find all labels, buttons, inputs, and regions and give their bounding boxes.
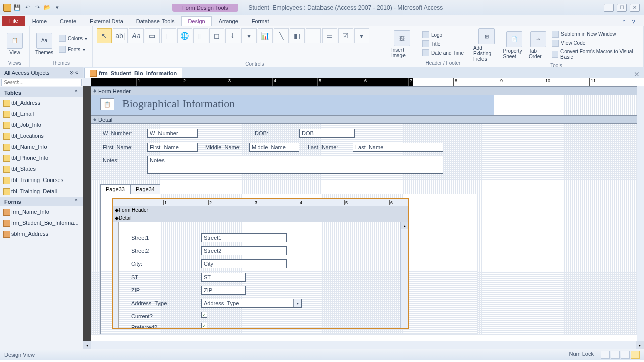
detail-section-bar[interactable]: Detail (91, 115, 644, 124)
checkbox-control-icon[interactable]: ☑ (338, 28, 353, 43)
insert-page-break-icon[interactable]: ⤓ (225, 28, 240, 43)
tab-page33[interactable]: Page33 (100, 184, 130, 194)
nav-dropdown-icon[interactable]: ⊙ « (69, 69, 78, 76)
sub-label-city[interactable]: City: (129, 259, 163, 268)
nav-item-frm-name-info[interactable]: frm_Name_Info (0, 206, 83, 217)
nav-item-tbl-name-info[interactable]: tbl_Name_Info (0, 141, 83, 152)
close-button[interactable]: ✕ (630, 4, 640, 12)
design-hscrollbar[interactable]: ◂ ▸ (83, 341, 644, 349)
listbox-control-icon[interactable]: ≣ (306, 28, 321, 43)
subform-vruler[interactable] (113, 222, 119, 328)
form-header-section-bar[interactable]: Form Header (91, 86, 644, 95)
qat-open-icon[interactable]: 📂 (43, 4, 51, 12)
nav-item-tbl-job-info[interactable]: tbl_Job_Info (0, 119, 83, 130)
navigation-control-icon[interactable]: ▦ (193, 28, 208, 43)
insert-image-button[interactable]: 🖼 Insert Image (391, 30, 413, 58)
form-canvas[interactable]: Form Header 📋 Biographical Information D… (91, 86, 644, 341)
document-close-button[interactable]: ✕ (630, 70, 644, 78)
sub-textbox-street2[interactable]: Street2 (201, 246, 287, 255)
form-title-label[interactable]: Biographical Information (122, 97, 235, 110)
textbox-middle-name[interactable]: Middle_Name (249, 143, 299, 152)
select-control-icon[interactable]: ↖ (97, 28, 112, 43)
label-first-name[interactable]: First_Name: (100, 143, 135, 152)
design-vscrollbar[interactable] (637, 86, 644, 341)
form-view-button[interactable] (601, 351, 610, 359)
add-existing-fields-button[interactable]: ⊞ Add Existing Fields (473, 28, 500, 62)
sub-textbox-zip[interactable]: ZIP (201, 286, 246, 295)
sub-label-address-type[interactable]: Address_Type (129, 299, 179, 308)
nav-search-input[interactable] (1, 79, 82, 86)
textbox-first-name[interactable]: First_Name (147, 143, 198, 152)
sub-textbox-city[interactable]: City (201, 259, 287, 268)
access-app-icon[interactable] (3, 4, 11, 12)
vertical-ruler[interactable] (83, 86, 91, 341)
detail-section[interactable]: W_Number: W_Number DOB: DOB First_Name: … (91, 124, 644, 335)
qat-save-icon[interactable]: 💾 (13, 4, 21, 12)
textbox-notes[interactable]: Notes (147, 156, 443, 174)
title-button[interactable]: Title (421, 40, 465, 48)
subform-header-bar[interactable]: ◆ Form Header (113, 206, 408, 214)
option-group-control-icon[interactable]: ◻ (209, 28, 224, 43)
document-tab-active[interactable]: frm_Student_Bio_Information (84, 68, 182, 78)
rectangle-control-icon[interactable]: ▭ (322, 28, 337, 43)
subform-vscrollbar[interactable]: ▴ (400, 222, 408, 328)
toggle-button-control-icon[interactable]: ◧ (290, 28, 305, 43)
scroll-left-icon[interactable]: ◂ (83, 341, 91, 349)
qat-redo-icon[interactable]: ↷ (33, 4, 41, 12)
tab-external-data[interactable]: External Data (84, 17, 129, 26)
file-tab[interactable]: File (2, 16, 25, 26)
fonts-button[interactable]: Fonts ▾ (58, 45, 88, 53)
form-header-section[interactable]: 📋 Biographical Information (91, 95, 644, 115)
nav-item-sbfrm-address[interactable]: sbfrm_Address (0, 228, 83, 239)
view-button[interactable]: 📋 View (4, 33, 25, 55)
minimize-button[interactable]: — (604, 4, 614, 12)
view-code-button[interactable]: View Code (551, 39, 586, 47)
qat-undo-icon[interactable]: ↶ (23, 4, 31, 12)
nav-item-tbl-locations[interactable]: tbl_Locations (0, 130, 83, 141)
tab-control[interactable]: Page33 Page34 ✥ (100, 184, 477, 334)
sub-textbox-st[interactable]: ST (201, 273, 246, 282)
textbox-last-name[interactable]: Last_Name (353, 143, 443, 152)
label-w-number[interactable]: W_Number: (100, 129, 135, 138)
design-view-button[interactable] (631, 351, 640, 359)
sub-label-preferred[interactable]: Preferred? (129, 323, 179, 329)
tab-database-tools[interactable]: Database Tools (130, 17, 181, 26)
ribbon-minimize-icon[interactable]: ⌃ (622, 19, 629, 26)
sub-combobox-address-type[interactable]: Address_Type ▾ (201, 299, 302, 308)
sub-label-st[interactable]: ST (129, 273, 163, 282)
tab-design[interactable]: Design (181, 16, 211, 26)
logo-button[interactable]: Logo (421, 31, 465, 39)
subform-new-window-button[interactable]: Subform in New Window (551, 30, 617, 38)
sub-label-current[interactable]: Current? (129, 312, 179, 321)
help-icon[interactable]: ? (632, 19, 639, 26)
subform-ruler[interactable]: 1 2 3 4 5 6 (113, 199, 408, 206)
sub-checkbox-preferred[interactable]: ✓ (201, 323, 207, 329)
sub-label-street1[interactable]: Street1 (129, 233, 163, 242)
tab-control-icon[interactable]: ▤ (161, 28, 176, 43)
subform-detail-section[interactable]: ▴ Street1 Street1 Street2 Street2 City: … (113, 222, 408, 328)
subform-detail-bar[interactable]: ◆ Detail (113, 214, 408, 222)
datasheet-view-button[interactable] (611, 351, 620, 359)
horizontal-ruler[interactable]: 1 2 3 4 5 6 7 8 9 10 11 (83, 78, 644, 86)
sub-textbox-street1[interactable]: Street1 (201, 233, 287, 242)
convert-macros-button[interactable]: Convert Form's Macros to Visual Basic (551, 48, 639, 60)
label-dob[interactable]: DOB: (252, 129, 271, 138)
combobox-dropdown-icon[interactable]: ▾ (293, 299, 301, 307)
property-sheet-button[interactable]: 📄 Property Sheet (503, 31, 526, 59)
qat-customize-icon[interactable]: ▾ (53, 4, 61, 12)
tab-order-button[interactable]: ⇥ Tab Order (529, 31, 548, 59)
date-time-button[interactable]: Date and Time (421, 49, 465, 57)
tab-create[interactable]: Create (54, 17, 83, 26)
nav-pane-header[interactable]: All Access Objects ⊙ « (0, 67, 83, 78)
colors-button[interactable]: Colors ▾ (58, 34, 88, 42)
nav-item-tbl-address[interactable]: tbl_Address (0, 97, 83, 108)
nav-item-tbl-phone-info[interactable]: tbl_Phone_Info (0, 152, 83, 163)
scroll-up-icon[interactable]: ▴ (401, 222, 408, 229)
label-middle-name[interactable]: Middle_Name: (203, 143, 243, 152)
themes-button[interactable]: Aa Themes (34, 33, 55, 55)
tab-home[interactable]: Home (26, 17, 53, 26)
chart-control-icon[interactable]: 📊 (258, 28, 273, 43)
layout-view-button[interactable] (621, 351, 630, 359)
maximize-button[interactable]: ☐ (617, 4, 627, 12)
combobox-control-icon[interactable]: ▾ (242, 28, 257, 43)
